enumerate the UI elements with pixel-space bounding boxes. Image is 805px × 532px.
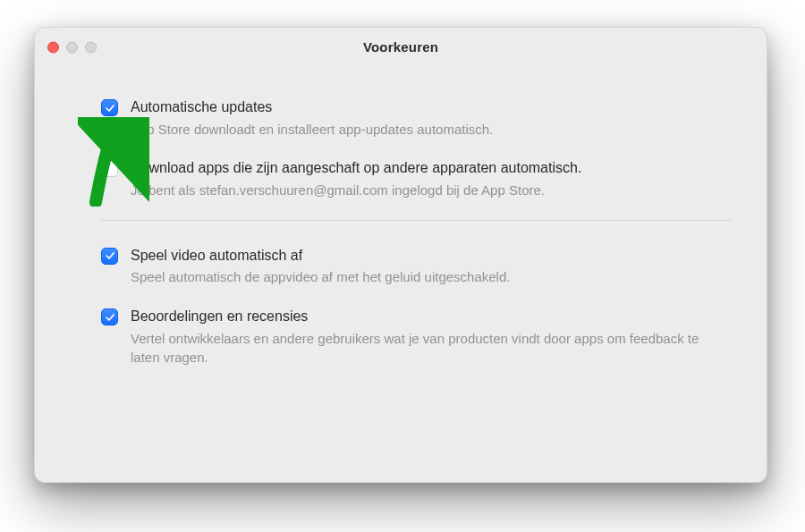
download-other-devices-description: Je bent als stefan.verschuuren@gmail.com…: [131, 181, 731, 200]
reviews-label: Beoordelingen en recensies: [131, 307, 731, 326]
window-close-button[interactable]: [47, 41, 59, 53]
preferences-window: Voorkeuren Automatische updates App Stor…: [34, 27, 767, 483]
window-title: Voorkeuren: [35, 39, 767, 55]
auto-updates-label: Automatische updates: [131, 97, 731, 117]
auto-updates-description: App Store downloadt en installeert app-u…: [131, 120, 731, 139]
autoplay-video-description: Speel automatisch de appvideo af met het…: [131, 267, 731, 287]
download-other-devices-checkbox[interactable]: [101, 160, 118, 177]
setting-download-other-devices: Download apps die zijn aangeschaft op an…: [101, 158, 731, 199]
setting-reviews: Beoordelingen en recensies Vertel ontwik…: [101, 307, 731, 367]
setting-autoplay-video: Speel video automatisch af Speel automat…: [101, 246, 731, 287]
preferences-content: Automatische updates App Store downloadt…: [35, 67, 767, 409]
window-zoom-button[interactable]: [85, 41, 97, 53]
section-divider: [101, 220, 731, 221]
auto-updates-checkbox[interactable]: [101, 99, 118, 116]
autoplay-video-label: Speel video automatisch af: [131, 246, 731, 266]
setting-auto-updates: Automatische updates App Store downloadt…: [101, 97, 731, 139]
autoplay-video-checkbox[interactable]: [101, 248, 118, 265]
window-minimize-button[interactable]: [66, 41, 78, 53]
window-titlebar: Voorkeuren: [35, 28, 767, 67]
checkmark-icon: [105, 103, 115, 114]
checkmark-icon: [105, 250, 115, 261]
checkmark-icon: [105, 312, 115, 323]
reviews-checkbox[interactable]: [101, 308, 118, 325]
download-other-devices-label: Download apps die zijn aangeschaft op an…: [131, 158, 731, 178]
reviews-description: Vertel ontwikkelaars en andere gebruiker…: [131, 329, 731, 368]
traffic-lights: [47, 41, 97, 53]
